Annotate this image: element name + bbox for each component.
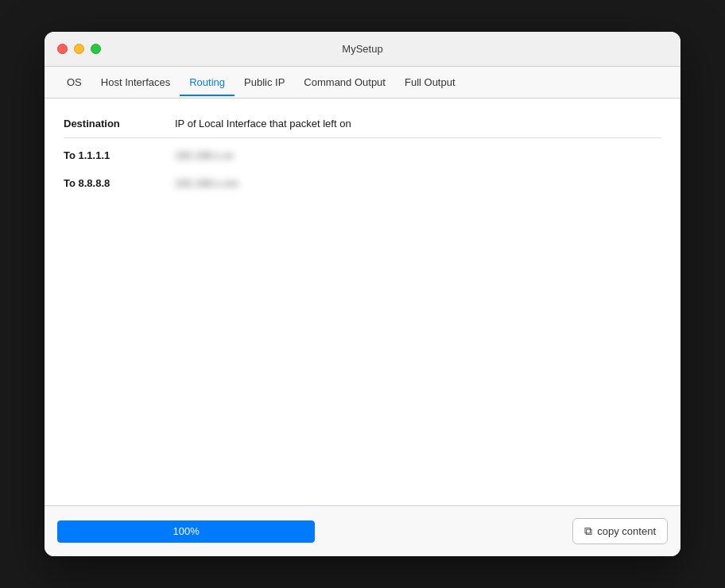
copy-content-button[interactable]: ⧉ copy content bbox=[572, 518, 668, 544]
copy-button-label: copy content bbox=[597, 525, 656, 537]
progress-bar-container: 100% bbox=[57, 520, 315, 543]
row-1-destination: To 1.1.1.1 bbox=[64, 149, 175, 161]
footer: 100% ⧉ copy content bbox=[45, 505, 680, 556]
minimize-button[interactable] bbox=[74, 44, 84, 54]
tab-os[interactable]: OS bbox=[57, 70, 91, 96]
close-button[interactable] bbox=[57, 44, 68, 54]
progress-bar-track: 100% bbox=[57, 520, 315, 543]
tab-host-interfaces[interactable]: Host Interfaces bbox=[91, 70, 180, 96]
tab-routing[interactable]: Routing bbox=[180, 70, 235, 96]
copy-icon: ⧉ bbox=[584, 524, 592, 538]
maximize-button[interactable] bbox=[91, 44, 101, 54]
content-area: Destination IP of Local Interface that p… bbox=[45, 99, 680, 505]
app-window: MySetup OS Host Interfaces Routing Publi… bbox=[45, 32, 680, 556]
row-2-destination: To 8.8.8.8 bbox=[64, 177, 175, 189]
progress-label: 100% bbox=[173, 525, 199, 537]
row-2-ip: 192.168.x.xxx bbox=[175, 177, 238, 189]
tab-command-output[interactable]: Command Output bbox=[294, 70, 395, 96]
table-row: To 1.1.1.1 192.168.x.xx bbox=[64, 141, 661, 169]
row-1-ip: 192.168.x.xx bbox=[175, 149, 234, 161]
tab-bar: OS Host Interfaces Routing Public IP Com… bbox=[45, 67, 680, 99]
tab-full-output[interactable]: Full Output bbox=[395, 70, 465, 96]
traffic-lights bbox=[57, 44, 101, 54]
progress-bar-fill: 100% bbox=[57, 520, 315, 543]
destination-header: Destination bbox=[64, 118, 175, 130]
table-row: To 8.8.8.8 192.168.x.xxx bbox=[64, 169, 661, 197]
table-header: Destination IP of Local Interface that p… bbox=[64, 114, 661, 138]
ip-column-header: IP of Local Interface that packet left o… bbox=[175, 118, 351, 130]
titlebar: MySetup bbox=[45, 32, 680, 67]
window-title: MySetup bbox=[342, 43, 382, 55]
tab-public-ip[interactable]: Public IP bbox=[235, 70, 294, 96]
